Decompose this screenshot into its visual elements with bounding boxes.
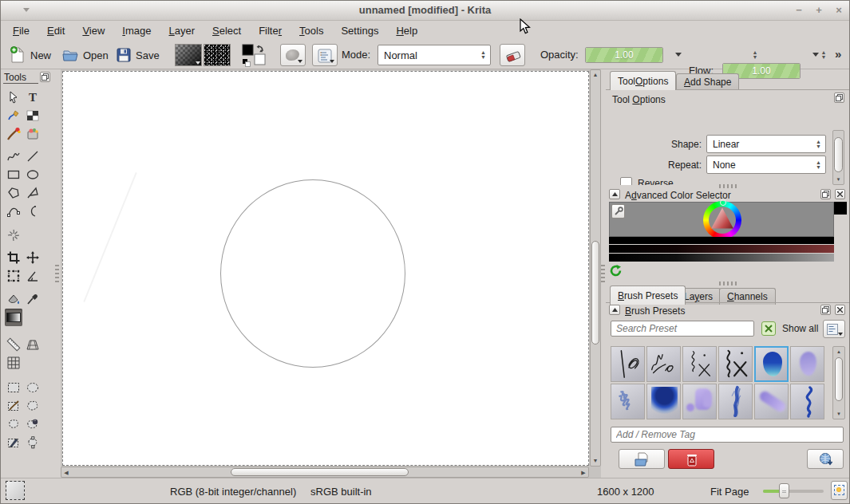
color-selector-settings-button[interactable] [611, 204, 625, 219]
shape-select-tool[interactable] [5, 89, 22, 106]
eraser-toggle-button[interactable] [500, 44, 525, 66]
menu-filter[interactable]: Filter [250, 21, 291, 41]
brush-preset-blue-round-fade[interactable] [646, 384, 681, 419]
brush-preset-blue-wavy-stroke[interactable] [790, 384, 824, 419]
horizontal-scrollbar[interactable]: ◀ ▶ [61, 467, 589, 478]
outline-select-tool[interactable] [5, 415, 22, 433]
scroll-down-icon[interactable]: ▼ [833, 175, 844, 183]
ellipse-tool[interactable] [24, 166, 42, 183]
similar-select-tool[interactable] [24, 415, 42, 433]
calligraphy-tool[interactable] [5, 107, 22, 124]
horizontal-scrollbar-thumb[interactable] [231, 468, 409, 476]
text-tool[interactable]: T [24, 89, 42, 106]
opacity-dropdown-icon[interactable] [675, 53, 682, 57]
collapse-docker-icon[interactable] [609, 189, 620, 199]
brush-preset-purple-soft-shapes[interactable] [682, 384, 717, 419]
brush-preset-purple-diagonal-stroke[interactable] [754, 384, 789, 419]
brush-preset-purple-soft-blob[interactable] [790, 346, 824, 382]
multibrush-tool[interactable] [5, 226, 22, 244]
get-more-resources-button[interactable] [807, 449, 844, 469]
bezier-select-tool[interactable] [24, 434, 42, 451]
scrollbar-thumb[interactable] [835, 357, 843, 401]
brush-preset-blue-rough-stroke[interactable] [718, 384, 753, 419]
scrollbar-thumb[interactable] [834, 137, 843, 172]
menu-help[interactable]: Help [387, 21, 426, 41]
paint-select-tool[interactable] [5, 397, 22, 415]
left-splitter[interactable] [54, 69, 61, 478]
open-button[interactable]: Open [59, 44, 111, 66]
freehand-brush-tool[interactable] [5, 148, 22, 165]
line-tool[interactable] [24, 148, 42, 165]
canvas-view[interactable]: ▲ ▼ ◀ ▶ [61, 69, 601, 478]
display-mode-button[interactable] [823, 320, 845, 338]
spinner-arrows-icon[interactable]: ▲▼ [480, 50, 486, 60]
maximize-button[interactable]: + [812, 4, 826, 17]
collapse-docker-icon[interactable] [609, 305, 620, 315]
spinner-arrows-icon[interactable]: ▲▼ [816, 160, 821, 170]
gradient-preview-button[interactable] [175, 44, 202, 66]
menu-layer[interactable]: Layer [160, 21, 204, 41]
gradient-edit-tool[interactable] [24, 107, 42, 124]
brush-preset-popup-button[interactable] [280, 44, 306, 66]
close-docker-icon[interactable] [835, 189, 845, 199]
dynamic-brush-tool[interactable] [24, 203, 42, 220]
scroll-right-icon[interactable]: ▶ [580, 467, 587, 478]
crop-tool[interactable] [5, 249, 22, 266]
shade-bar-red[interactable] [609, 245, 834, 253]
brush-preset-blue-soft-blob[interactable] [754, 346, 789, 382]
menu-view[interactable]: View [73, 21, 113, 41]
transform-tool[interactable] [5, 267, 22, 285]
move-tool[interactable] [24, 249, 42, 266]
brush-preset-pencil-scribbles[interactable] [646, 346, 681, 382]
tool-options-scrollbar[interactable]: ▼ [832, 130, 844, 185]
brush-grid-scrollbar[interactable]: ▲ ▼ [832, 346, 845, 419]
refresh-color-icon[interactable] [609, 264, 623, 278]
brush-preset-blue-sketch-mass[interactable] [611, 384, 645, 419]
measure-tool[interactable] [24, 267, 42, 285]
fg-bg-color-widget[interactable] [240, 44, 269, 68]
minimize-button[interactable]: − [792, 4, 806, 17]
color-picker-tool[interactable] [24, 290, 42, 308]
title-bar[interactable]: unnamed [modified] - Krita − + × [1, 1, 849, 21]
delete-resource-button[interactable] [668, 449, 714, 469]
opacity-slider[interactable]: 1.00 [585, 47, 663, 63]
scroll-down-icon[interactable]: ▼ [833, 410, 844, 418]
menu-image[interactable]: Image [113, 21, 160, 41]
clear-filter-button[interactable] [761, 321, 776, 336]
tab-brush-presets[interactable]: Brush Presets [610, 285, 686, 305]
float-docker-icon[interactable] [820, 189, 831, 199]
scroll-up-icon[interactable]: ▲ [833, 348, 844, 356]
shape-select[interactable]: Linear ▲▼ [706, 135, 826, 153]
brush-editor-popup-button[interactable] [312, 44, 338, 66]
bezier-curve-tool[interactable] [5, 203, 22, 220]
vertical-scrollbar[interactable]: ▲ ▼ [590, 69, 601, 467]
rectangle-tool[interactable] [5, 166, 22, 183]
menu-tools[interactable]: Tools [291, 21, 332, 41]
blending-mode-select[interactable]: Normal ▲▼ [378, 45, 491, 65]
brush-preset-ink-pen-scribble[interactable] [611, 346, 645, 382]
rect-select-tool[interactable] [5, 379, 22, 396]
close-button[interactable]: × [832, 4, 846, 17]
ruler-assistant-tool[interactable] [5, 336, 22, 353]
brush-preset-squiggle-cross-thin[interactable] [682, 346, 717, 382]
tab-add-shape[interactable]: Add Shape [676, 73, 739, 90]
polyline-tool[interactable] [24, 184, 42, 202]
flow-dropdown-icon[interactable] [812, 53, 819, 57]
hue-ring[interactable] [703, 201, 741, 239]
close-docker-icon[interactable] [835, 305, 845, 315]
pattern-edit-tool[interactable] [24, 125, 42, 143]
tab-tool-options[interactable]: Tool Options [610, 71, 676, 90]
reverse-checkbox[interactable] [620, 177, 632, 185]
spinner-arrows-icon[interactable]: ▲▼ [816, 140, 821, 149]
grid-tool[interactable] [5, 354, 22, 372]
canvas-image[interactable] [62, 71, 589, 466]
float-docker-icon[interactable] [820, 305, 831, 315]
menu-select[interactable]: Select [204, 21, 250, 41]
tag-input[interactable] [611, 427, 844, 443]
gradient-tool[interactable] [5, 309, 22, 326]
import-resource-button[interactable] [619, 449, 665, 469]
color-wheel-area[interactable] [609, 202, 834, 237]
path-select-tool[interactable] [5, 434, 22, 451]
scroll-left-icon[interactable]: ◀ [63, 467, 69, 478]
brush-preset-squiggle-cross-bold[interactable] [718, 346, 753, 382]
